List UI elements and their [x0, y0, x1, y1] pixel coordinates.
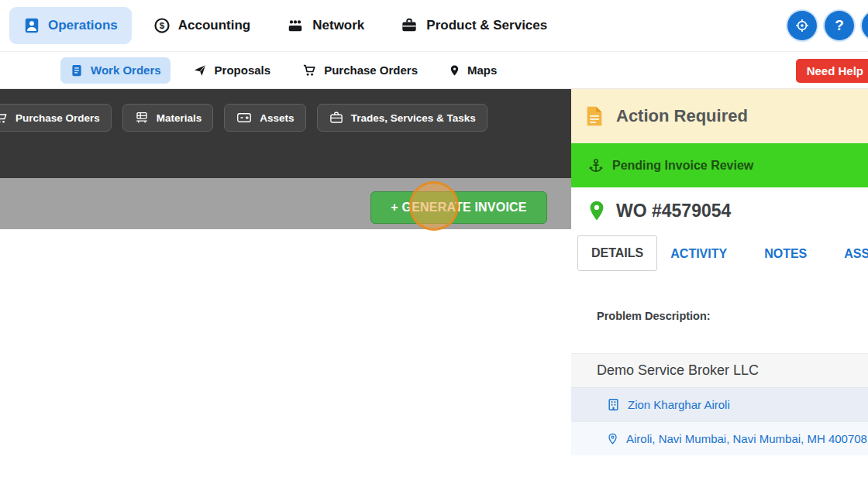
need-help-button[interactable]: Need Help — [796, 59, 868, 83]
tab-label: Trades, Services & Tasks — [351, 112, 476, 124]
anchor-icon — [588, 157, 604, 174]
company-name-row[interactable]: Demo Service Broker LLC — [571, 353, 868, 387]
svg-text:$: $ — [160, 21, 165, 30]
status-label: Pending Invoice Review — [612, 159, 753, 173]
network-icon — [286, 17, 305, 34]
work-order-detail-panel: Action Required Pending Invoice Review W… — [571, 89, 868, 484]
work-order-section-tabs: Purchase Orders Materials Assets Trades,… — [0, 89, 571, 178]
green-map-pin-icon — [588, 200, 605, 221]
problem-description-label: Problem Description: — [597, 310, 868, 322]
top-nav-actions: ? — [787, 11, 868, 40]
tab-label: Purchase Orders — [16, 112, 100, 124]
work-orders-doc-icon — [70, 64, 84, 77]
tab-notes[interactable]: NOTES — [751, 237, 820, 271]
work-order-header: WO #4579054 — [571, 187, 868, 229]
tab-details[interactable]: DETAILS — [577, 235, 657, 271]
sub-nav: Work Orders Proposals Purchase Orders Ma… — [0, 52, 868, 89]
cart-icon — [0, 111, 9, 125]
work-order-number: WO #4579054 — [616, 201, 731, 221]
tab-label: Assets — [260, 112, 294, 124]
pin-outline-icon — [607, 431, 618, 446]
location-name: Zion Kharghar Airoli — [628, 398, 730, 411]
tab-purchase-orders[interactable]: Purchase Orders — [0, 104, 112, 132]
generate-invoice-button[interactable]: + GENERATE INVOICE — [370, 191, 547, 224]
status-banner[interactable]: Pending Invoice Review — [571, 143, 868, 187]
building-icon — [607, 397, 620, 412]
send-icon — [192, 64, 208, 77]
question-mark-icon: ? — [835, 17, 844, 34]
subnav-item-label: Work Orders — [91, 64, 161, 77]
nav-item-accounting[interactable]: $ Accounting — [140, 7, 265, 44]
warning-file-icon — [585, 105, 604, 127]
subnav-item-proposals[interactable]: Proposals — [183, 57, 281, 84]
nav-item-label: Accounting — [178, 18, 251, 33]
tab-assets[interactable]: Assets — [224, 104, 305, 132]
assets-tag-icon — [236, 111, 253, 125]
cart-icon — [301, 64, 317, 77]
map-pin-icon — [449, 64, 460, 77]
subnav-item-label: Maps — [467, 64, 497, 77]
target-icon — [794, 18, 810, 33]
address-text: Airoli, Navi Mumbai, Navi Mumbai, MH 400… — [626, 432, 867, 445]
trades-briefcase-icon — [329, 111, 344, 125]
subnav-item-purchase-orders[interactable]: Purchase Orders — [292, 57, 427, 84]
tab-assignment[interactable]: ASSIGNMENT — [831, 237, 868, 271]
support-target-button[interactable] — [787, 11, 817, 40]
address-row[interactable]: Airoli, Navi Mumbai, Navi Mumbai, MH 400… — [571, 421, 868, 455]
nav-item-label: Operations — [48, 18, 118, 33]
tab-materials[interactable]: Materials — [122, 104, 214, 132]
nav-item-label: Network — [312, 18, 364, 33]
dollar-circle-icon: $ — [153, 17, 170, 34]
tab-label: Materials — [157, 112, 202, 124]
partial-circle-button[interactable] — [862, 11, 868, 40]
top-nav: Operations $ Accounting Network Product … — [0, 0, 868, 52]
briefcase-icon — [400, 17, 418, 34]
tab-trades-services-tasks[interactable]: Trades, Services & Tasks — [317, 104, 487, 132]
action-required-label: Action Required — [616, 106, 748, 126]
nav-item-label: Product & Services — [426, 18, 547, 33]
subnav-item-label: Purchase Orders — [324, 64, 418, 77]
action-required-banner: Action Required — [571, 89, 868, 143]
subnav-item-maps[interactable]: Maps — [439, 57, 506, 84]
location-row[interactable]: Zion Kharghar Airoli — [571, 387, 868, 421]
nav-item-operations[interactable]: Operations — [9, 7, 132, 44]
nav-item-network[interactable]: Network — [272, 7, 378, 44]
detail-tabs: DETAILS ACTIVITY NOTES ASSIGNMENT — [571, 235, 868, 271]
materials-pallet-icon — [134, 111, 150, 125]
nav-item-product-services[interactable]: Product & Services — [386, 7, 561, 44]
subnav-item-work-orders[interactable]: Work Orders — [60, 57, 170, 84]
operations-badge-icon — [23, 17, 40, 34]
tab-activity[interactable]: ACTIVITY — [657, 237, 740, 271]
subnav-item-label: Proposals — [215, 64, 271, 77]
help-button[interactable]: ? — [825, 11, 854, 40]
